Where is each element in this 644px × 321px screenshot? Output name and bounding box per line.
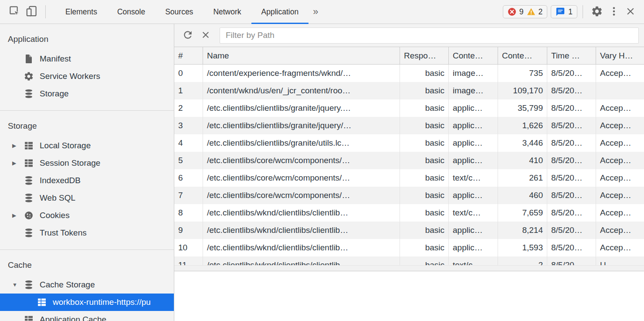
index-cell: 0 <box>174 65 203 82</box>
column-header-response-type[interactable]: Respo… <box>400 47 449 65</box>
sidebar-item-application-cache[interactable]: Application Cache <box>0 311 174 321</box>
table-header-row: #NameRespo…Conte…Conte…Time …Vary H… <box>174 47 644 65</box>
name-cell: /content/wknd/us/en/_jcr_content/roo… <box>203 82 400 99</box>
column-header-index[interactable]: # <box>174 47 203 65</box>
time-cell: 8/5/20… <box>547 187 596 204</box>
inspect-cursor-icon <box>9 5 20 18</box>
sidebar-item-cache-storage[interactable]: ▼Cache Storage <box>0 276 174 294</box>
sidebar-section-application: ApplicationManifestService WorkersStorag… <box>0 24 174 111</box>
table-row[interactable]: 7/etc.clientlibs/core/wcm/components/…ba… <box>174 187 644 204</box>
column-header-content-type[interactable]: Conte… <box>449 47 498 65</box>
table-row[interactable]: 11/etc.clientlibs/wknd/clientlibs/client… <box>174 256 644 265</box>
tab-sources[interactable]: Sources <box>155 0 203 24</box>
response-type-cell: basic <box>400 169 449 187</box>
index-cell: 8 <box>174 204 203 222</box>
close-icon <box>625 6 636 18</box>
index-cell: 6 <box>174 169 203 187</box>
table-row[interactable]: 1/content/wknd/us/en/_jcr_content/roo…ba… <box>174 82 644 99</box>
table-row[interactable]: 0/content/experience-fragments/wknd/…bas… <box>174 65 644 82</box>
sidebar-item-manifest[interactable]: Manifest <box>0 50 174 68</box>
name-cell: /etc.clientlibs/core/wcm/components/… <box>203 169 400 187</box>
response-type-cell: basic <box>400 117 449 134</box>
tab-elements[interactable]: Elements <box>55 0 107 24</box>
name-cell: /etc.clientlibs/wknd/clientlibs/clientli… <box>203 204 400 222</box>
expander-collapsed-icon[interactable]: ▶ <box>12 160 24 166</box>
expander-collapsed-icon[interactable]: ▶ <box>12 143 24 149</box>
name-cell: /etc.clientlibs/clientlibs/granite/utils… <box>203 134 400 152</box>
sidebar-item-storage[interactable]: Storage <box>0 85 174 102</box>
refresh-button[interactable] <box>179 27 197 44</box>
name-cell: /etc.clientlibs/clientlibs/granite/jquer… <box>203 99 400 117</box>
message-bubble-icon <box>556 7 565 17</box>
horizontal-scrollbar[interactable] <box>174 265 644 271</box>
close-devtools-button[interactable] <box>622 4 639 20</box>
index-cell: 3 <box>174 117 203 134</box>
content-length-cell: 3,446 <box>498 134 547 152</box>
expander-collapsed-icon[interactable]: ▶ <box>12 212 24 219</box>
devtools-body: ApplicationManifestService WorkersStorag… <box>0 24 644 321</box>
table-row[interactable]: 6/etc.clientlibs/core/wcm/components/…ba… <box>174 169 644 187</box>
name-cell: /etc.clientlibs/wknd/clientlibs/clientli… <box>203 256 400 265</box>
tab-application[interactable]: Application <box>251 0 309 24</box>
sidebar-section-storage: Storage▶Local Storage▶Session StorageInd… <box>0 111 174 250</box>
column-header-vary[interactable]: Vary H… <box>596 47 644 65</box>
column-header-content-length[interactable]: Conte… <box>498 47 547 65</box>
gear-icon <box>591 5 603 19</box>
section-title-application: Application <box>0 31 174 50</box>
sidebar-item-indexeddb[interactable]: IndexedDB <box>0 172 174 189</box>
sidebar-item-cookies[interactable]: ▶Cookies <box>0 207 174 224</box>
column-header-time[interactable]: Time … <box>547 47 596 65</box>
tab-console[interactable]: Console <box>107 0 155 24</box>
warning-icon <box>527 7 536 16</box>
sidebar-item-local-storage[interactable]: ▶Local Storage <box>0 137 174 154</box>
filter-input[interactable] <box>220 27 639 44</box>
time-cell: 8/5/20… <box>547 134 596 152</box>
response-type-cell: basic <box>400 256 449 265</box>
vary-cell: Accep… <box>596 99 644 117</box>
name-cell: /etc.clientlibs/wknd/clientlibs/clientli… <box>203 222 400 239</box>
section-title-storage: Storage <box>0 118 174 137</box>
inspect-element-button[interactable] <box>6 3 23 20</box>
content-type-cell: text/c… <box>449 204 498 222</box>
sidebar-item-label: Cache Storage <box>40 280 95 290</box>
content-type-cell: text/c… <box>449 169 498 187</box>
column-header-name[interactable]: Name <box>203 47 400 65</box>
table-row[interactable]: 9/etc.clientlibs/wknd/clientlibs/clientl… <box>174 222 644 239</box>
sidebar-item-workbox-runtime-https-pu[interactable]: workbox-runtime-https://pu <box>0 294 174 311</box>
settings-button[interactable] <box>588 3 606 20</box>
tab-network[interactable]: Network <box>203 0 251 24</box>
menu-button[interactable] <box>606 4 622 20</box>
index-cell: 10 <box>174 239 203 256</box>
table-icon <box>24 158 34 168</box>
clear-filter-button[interactable] <box>197 28 214 43</box>
vary-cell: Accep… <box>596 187 644 204</box>
content-type-cell: applic… <box>449 117 498 134</box>
database-icon <box>24 280 34 290</box>
vary-cell: Accep… <box>596 117 644 134</box>
index-cell: 9 <box>174 222 203 239</box>
table-row[interactable]: 10/etc.clientlibs/wknd/clientlibs/client… <box>174 239 644 256</box>
device-toolbar-button[interactable] <box>23 3 40 20</box>
sidebar-item-session-storage[interactable]: ▶Session Storage <box>0 154 174 172</box>
content-length-cell: 35,799 <box>498 99 547 117</box>
sidebar-item-web-sql[interactable]: Web SQL <box>0 189 174 207</box>
table-row[interactable]: 2/etc.clientlibs/clientlibs/granite/jque… <box>174 99 644 117</box>
content-type-cell: applic… <box>449 222 498 239</box>
sidebar-section-cache: Cache▼Cache Storageworkbox-runtime-https… <box>0 250 174 321</box>
more-tabs-button[interactable]: » <box>308 6 322 17</box>
name-cell: /etc.clientlibs/clientlibs/granite/jquer… <box>203 117 400 134</box>
issues-badge[interactable]: 9 2 <box>503 5 547 18</box>
table-icon <box>37 297 47 307</box>
messages-badge[interactable]: 1 <box>551 5 577 18</box>
table-row[interactable]: 5/etc.clientlibs/core/wcm/components/…ba… <box>174 152 644 169</box>
warning-count: 2 <box>539 7 543 17</box>
vary-cell: Accep… <box>596 65 644 82</box>
sidebar-item-trust-tokens[interactable]: Trust Tokens <box>0 224 174 242</box>
table-row[interactable]: 8/etc.clientlibs/wknd/clientlibs/clientl… <box>174 204 644 222</box>
vary-cell: Accep… <box>596 134 644 152</box>
table-row[interactable]: 4/etc.clientlibs/clientlibs/granite/util… <box>174 134 644 152</box>
sidebar-item-service-workers[interactable]: Service Workers <box>0 68 174 85</box>
table-row[interactable]: 3/etc.clientlibs/clientlibs/granite/jque… <box>174 117 644 134</box>
vary-cell: Accep… <box>596 222 644 239</box>
expander-expanded-icon[interactable]: ▼ <box>12 282 24 288</box>
